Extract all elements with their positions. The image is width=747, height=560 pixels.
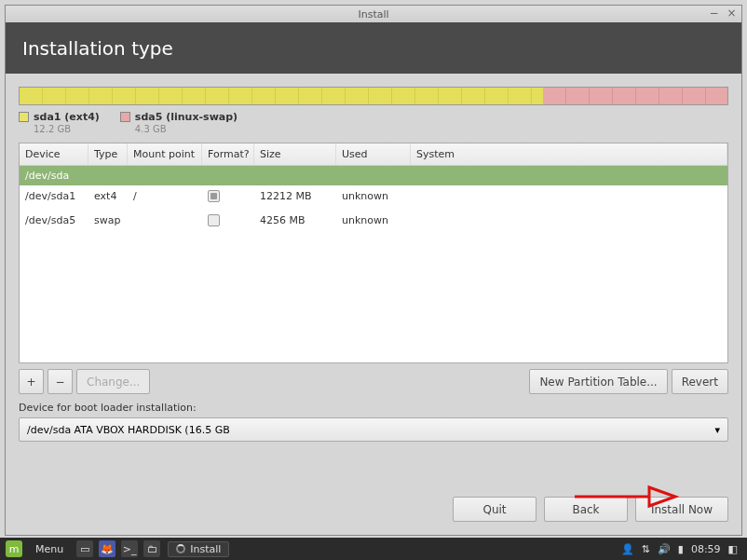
- page-header: Installation type: [6, 22, 741, 74]
- th-format[interactable]: Format?: [202, 143, 254, 165]
- window-title: Install: [358, 8, 388, 20]
- volume-icon[interactable]: 🔊: [658, 543, 671, 555]
- bootloader-device-value: /dev/sda ATA VBOX HARDDISK (16.5 GB: [27, 424, 230, 436]
- legend-size: 4.3 GB: [135, 124, 167, 134]
- taskbar-item-install[interactable]: Install: [168, 541, 229, 557]
- format-checkbox[interactable]: [208, 214, 220, 226]
- cell-used: unknown: [336, 190, 411, 205]
- user-icon[interactable]: 👤: [621, 543, 634, 555]
- partition-table[interactable]: Device Type Mount point Format? Size Use…: [19, 143, 728, 363]
- wizard-footer: Quit Back Install Now: [6, 485, 741, 535]
- new-partition-table-button[interactable]: New Partition Table...: [529, 369, 667, 394]
- bootloader-label: Device for boot loader installation:: [19, 402, 728, 414]
- cell-system: [411, 190, 727, 205]
- titlebar: Install − ×: [6, 6, 741, 22]
- table-row[interactable]: /dev/sda1ext4/12212 MBunknown: [20, 185, 727, 210]
- format-checkbox[interactable]: [208, 190, 220, 202]
- th-mount[interactable]: Mount point: [128, 143, 202, 165]
- install-window: Install − × Installation type sda1 (ext4…: [5, 5, 742, 536]
- legend-item-sda5: sda5 (linux-swap) 4.3 GB: [120, 111, 238, 135]
- cell-used: unknown: [336, 214, 411, 229]
- th-size[interactable]: Size: [254, 143, 336, 165]
- legend-size: 12.2 GB: [34, 124, 71, 134]
- terminal-icon[interactable]: >_: [121, 540, 138, 557]
- change-partition-button[interactable]: Change...: [76, 369, 150, 394]
- clock[interactable]: 08:59: [691, 543, 721, 555]
- th-type[interactable]: Type: [88, 143, 128, 165]
- back-button[interactable]: Back: [544, 497, 628, 522]
- mint-logo-icon[interactable]: m: [6, 540, 22, 557]
- legend-item-sda1: sda1 (ext4) 12.2 GB: [19, 111, 100, 135]
- table-group-row[interactable]: /dev/sda: [20, 166, 727, 185]
- page-title: Installation type: [22, 37, 173, 60]
- firefox-icon[interactable]: 🦊: [99, 540, 115, 557]
- chevron-down-icon: ▾: [714, 424, 720, 436]
- disk-seg-sda5: [543, 88, 727, 104]
- legend-name: sda1 (ext4): [34, 111, 100, 123]
- cell-device: /dev/sda5: [20, 214, 88, 229]
- cell-format[interactable]: [202, 190, 254, 205]
- tray-toggle-icon[interactable]: ◧: [728, 543, 738, 555]
- show-desktop-icon[interactable]: ▭: [76, 540, 93, 557]
- legend-name: sda5 (linux-swap): [135, 111, 238, 123]
- th-system[interactable]: System: [411, 143, 727, 165]
- disk-seg-sda1: [20, 88, 543, 104]
- cell-type: swap: [88, 214, 128, 229]
- cell-size: 12212 MB: [254, 190, 336, 205]
- th-device[interactable]: Device: [20, 143, 88, 165]
- add-partition-button[interactable]: +: [19, 369, 44, 394]
- cell-mount: /: [128, 190, 202, 205]
- cell-size: 4256 MB: [254, 214, 336, 229]
- battery-icon[interactable]: ▮: [678, 543, 684, 555]
- th-used[interactable]: Used: [336, 143, 411, 165]
- taskbar[interactable]: m Menu ▭ 🦊 >_ 🗀 Install 👤 ⇅ 🔊 ▮ 08:59 ◧: [0, 538, 747, 560]
- minimize-button[interactable]: −: [708, 7, 720, 19]
- install-now-button[interactable]: Install Now: [635, 497, 728, 522]
- table-row[interactable]: /dev/sda5swap4256 MBunknown: [20, 210, 727, 234]
- network-icon[interactable]: ⇅: [642, 543, 650, 555]
- cell-mount: [128, 214, 202, 229]
- spinner-icon: [176, 544, 185, 553]
- close-button[interactable]: ×: [726, 7, 738, 19]
- cell-device: /dev/sda1: [20, 190, 88, 205]
- remove-partition-button[interactable]: −: [48, 369, 73, 394]
- system-tray: 👤 ⇅ 🔊 ▮ 08:59 ◧: [621, 543, 747, 555]
- cell-system: [411, 214, 727, 229]
- disk-usage-bar: [19, 87, 728, 105]
- swatch-pink: [120, 112, 130, 122]
- files-icon[interactable]: 🗀: [143, 540, 160, 557]
- partition-toolbar: + − Change... New Partition Table... Rev…: [19, 369, 728, 394]
- cell-type: ext4: [88, 190, 128, 205]
- table-header: Device Type Mount point Format? Size Use…: [20, 143, 727, 166]
- bootloader-device-select[interactable]: /dev/sda ATA VBOX HARDDISK (16.5 GB ▾: [19, 417, 728, 442]
- quit-button[interactable]: Quit: [453, 497, 536, 522]
- cell-format[interactable]: [202, 214, 254, 229]
- swatch-yellow: [19, 112, 29, 122]
- revert-button[interactable]: Revert: [672, 369, 728, 394]
- partition-legend: sda1 (ext4) 12.2 GB sda5 (linux-swap) 4.…: [19, 111, 728, 135]
- menu-button[interactable]: Menu: [28, 543, 71, 555]
- taskbar-item-label: Install: [190, 543, 221, 555]
